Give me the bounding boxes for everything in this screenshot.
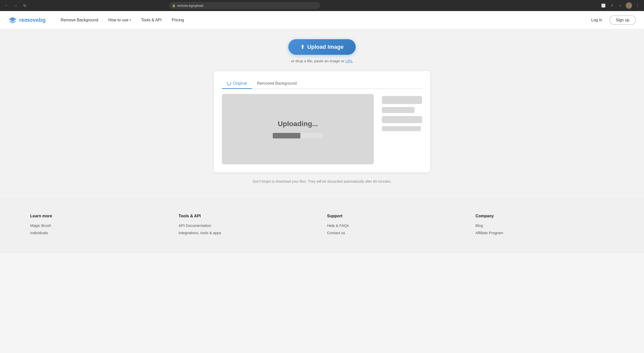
footer-link-api-docs[interactable]: API Documentation — [179, 223, 317, 228]
logo-link[interactable]: removebg — [8, 17, 46, 24]
signup-button[interactable]: Sign up — [609, 15, 636, 25]
profile-button[interactable] — [625, 2, 632, 9]
skeleton-block-1 — [382, 96, 422, 104]
nav-how-to-use[interactable]: How to use ▾ — [103, 11, 136, 29]
footer-link-individuals[interactable]: Individuals — [30, 231, 169, 235]
share-button[interactable]: ↗ — [608, 2, 615, 9]
upload-card: Original Removed Background Uploading... — [214, 71, 430, 172]
nav-pricing[interactable]: Pricing — [167, 11, 189, 29]
menu-button[interactable]: ⋮ — [634, 2, 641, 9]
skeleton-block-4 — [382, 126, 421, 131]
skeleton-block-3 — [382, 116, 422, 123]
card-body: Uploading... — [222, 94, 422, 164]
footer-col-tools-api: Tools & API API Documentation Integratio… — [179, 214, 317, 238]
sidebar-info — [382, 94, 422, 164]
footer-col-support: Support Help & FAQs Contact us — [327, 214, 465, 238]
logo-icon — [8, 17, 17, 24]
browser-chrome: ← → ↻ 🔒 remove.bg/upload ⬜ ↗ ☆ ⋮ — [0, 0, 644, 11]
svg-marker-1 — [9, 20, 17, 24]
navbar-links: Remove Background How to use ▾ Tools & A… — [56, 11, 587, 29]
forward-button[interactable]: → — [12, 2, 19, 9]
navbar-auth: Log in Sign up — [587, 15, 636, 25]
footer-col-title-company: Company — [475, 214, 614, 218]
browser-toolbar-right: ⬜ ↗ ☆ ⋮ — [600, 2, 641, 9]
image-preview: Uploading... — [222, 94, 374, 164]
upload-image-button[interactable]: ⬆ Upload Image — [288, 39, 355, 55]
url-text: remove.bg/upload — [177, 4, 203, 8]
upload-icon: ⬆ — [300, 44, 305, 50]
reminder-text: Don't forget to download your files. The… — [253, 179, 391, 183]
logo-text: removebg — [19, 17, 46, 23]
footer-col-title-support: Support — [327, 214, 465, 218]
uploading-text: Uploading... — [278, 120, 318, 128]
loading-spinner — [227, 81, 231, 85]
footer-link-contact-us[interactable]: Contact us — [327, 231, 465, 235]
refresh-button[interactable]: ↻ — [21, 2, 28, 9]
card-tabs: Original Removed Background — [222, 79, 422, 89]
progress-empty — [300, 133, 323, 138]
progress-filled — [273, 133, 300, 138]
avatar — [626, 2, 632, 9]
extensions-button[interactable]: ⬜ — [600, 2, 607, 9]
footer-link-integrations[interactable]: Integrations, tools & apps — [179, 231, 317, 235]
lock-icon: 🔒 — [172, 4, 176, 7]
nav-remove-background[interactable]: Remove Background — [56, 11, 103, 29]
chevron-down-icon: ▾ — [130, 18, 131, 22]
footer-link-blog[interactable]: Blog — [475, 223, 614, 228]
address-bar[interactable]: 🔒 remove.bg/upload — [169, 2, 320, 9]
bookmark-button[interactable]: ☆ — [617, 2, 624, 9]
footer-link-magic-brush[interactable]: Magic Brush — [30, 223, 169, 228]
tab-removed-background[interactable]: Removed Background — [252, 79, 302, 89]
main-content: ⬆ Upload Image or drop a file, paste an … — [0, 29, 644, 198]
footer-col-title-tools-api: Tools & API — [179, 214, 317, 218]
footer-link-help-faqs[interactable]: Help & FAQs — [327, 223, 465, 228]
upload-subtitle: or drop a file, paste an image or URL — [291, 59, 353, 63]
footer-col-learn-more: Learn more Magic Brush Individuals — [30, 214, 169, 238]
footer-col-title-learn-more: Learn more — [30, 214, 169, 218]
skeleton-block-2 — [382, 107, 415, 113]
login-button[interactable]: Log in — [587, 16, 606, 24]
footer-link-affiliate[interactable]: Affiliate Program — [475, 231, 614, 235]
back-button[interactable]: ← — [3, 2, 10, 9]
footer-col-company: Company Blog Affiliate Program — [475, 214, 614, 238]
tab-original[interactable]: Original — [222, 79, 252, 89]
progress-bar — [273, 133, 323, 138]
footer: Learn more Magic Brush Individuals Tools… — [0, 198, 644, 253]
navbar: removebg Remove Background How to use ▾ … — [0, 11, 644, 29]
url-link[interactable]: URL — [345, 59, 353, 63]
footer-grid: Learn more Magic Brush Individuals Tools… — [30, 214, 614, 238]
nav-tools-api[interactable]: Tools & API — [136, 11, 167, 29]
